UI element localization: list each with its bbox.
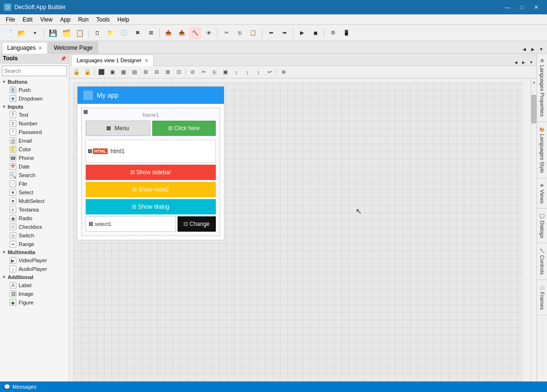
menu-tools[interactable]: Tools [92, 15, 113, 24]
designer-tab-languages[interactable]: Languages view 1 Designer ✕ [71, 55, 154, 66]
new-button[interactable]: 📄 [2, 27, 14, 39]
pin-icon[interactable]: 📌 [60, 56, 66, 61]
designer-undo[interactable]: ↩ [264, 67, 275, 78]
designer-group[interactable]: ▣ [220, 67, 231, 78]
tool-text[interactable]: T Text [0, 111, 69, 119]
open-dropdown[interactable]: 📂 [15, 27, 28, 39]
import-button[interactable]: 📥 [176, 27, 188, 39]
designer-lock-btn[interactable]: 🔓 [71, 67, 82, 78]
designer-align6[interactable]: ⊟ [151, 67, 162, 78]
right-tab-controls[interactable]: 🔧 Controls [537, 243, 547, 280]
tab-scroll-left[interactable]: ◀ [520, 45, 528, 53]
designer-align1[interactable]: ⬛ [96, 67, 107, 78]
designer-arrange3[interactable]: ↕ [253, 67, 264, 78]
designer-special[interactable]: ⊛ [278, 67, 289, 78]
tool-radio[interactable]: ◉ Radio [0, 214, 69, 223]
category-additional[interactable]: ▼ Additional [0, 273, 69, 281]
save-copy-button[interactable]: 📋 [73, 27, 86, 39]
tool-select[interactable]: ▼ Select [0, 188, 69, 197]
paste-button[interactable]: 📋 [247, 27, 259, 39]
save-button[interactable]: 💾 [46, 27, 59, 39]
designer-align7[interactable]: ⊠ [162, 67, 173, 78]
designer-tab-scroll-left[interactable]: ◀ [513, 59, 519, 66]
show-view2-btn[interactable]: Show view2 [86, 182, 216, 197]
designer-align4[interactable]: ▤ [129, 67, 140, 78]
tool-textarea[interactable]: ≡ Textarea [0, 205, 69, 214]
tab-menu-button[interactable]: ▼ [537, 45, 545, 53]
designer-arrange1[interactable]: ↕ [231, 67, 242, 78]
scroll-track-v[interactable] [531, 123, 536, 380]
tool-password[interactable]: * Password [0, 128, 69, 136]
canvas-scrollbar-v[interactable]: ▲ ▼ [531, 78, 536, 386]
scroll-up[interactable]: ▲ [531, 78, 536, 85]
canvas-scroll-area[interactable]: My app frame1 [69, 78, 531, 386]
designer-align8[interactable]: ⊡ [173, 67, 184, 78]
tool-checkbox[interactable]: ☑ Checkbox [0, 223, 69, 231]
tool-switch[interactable]: ⊙ Switch [0, 231, 69, 240]
stop-button[interactable]: ⏹ [309, 27, 322, 39]
tool-label[interactable]: A Label [0, 281, 69, 290]
designer-copy2[interactable]: ⎘ [209, 67, 220, 78]
minimize-button[interactable]: — [500, 0, 514, 14]
cut-button[interactable]: ✂ [220, 27, 233, 39]
category-inputs[interactable]: ▼ Inputs [0, 103, 69, 111]
frame-resize-handle[interactable] [84, 110, 88, 114]
menu-btn[interactable]: Menu [86, 121, 150, 136]
designer-cut2[interactable]: ✂ [198, 67, 209, 78]
tool-number[interactable]: # Number [0, 119, 69, 128]
open-proj-button[interactable]: 📁 [104, 27, 117, 39]
tool-range[interactable]: ━ Range [0, 240, 69, 248]
tool-color[interactable]: C Color [0, 145, 69, 154]
tool-date[interactable]: 📅 Date [0, 162, 69, 171]
right-tab-views[interactable]: 👁 Views [537, 179, 547, 209]
menu-app[interactable]: App [56, 15, 74, 24]
open-dropdown2[interactable]: ▼ [29, 27, 41, 39]
designer-align2[interactable]: ▣ [107, 67, 118, 78]
designer-align5[interactable]: ⊞ [140, 67, 151, 78]
tab-languages-close[interactable]: ✕ [38, 45, 42, 51]
tool-videoplayer[interactable]: ▶ VideoPlayer [0, 256, 69, 265]
align-left-button[interactable]: ⬅ [265, 27, 277, 39]
export-button[interactable]: 📤 [162, 27, 175, 39]
tool-phone[interactable]: ☎ Phone [0, 154, 69, 162]
tool-email[interactable]: @ Email [0, 136, 69, 145]
settings-button[interactable]: ⚙ [327, 27, 339, 39]
menu-view[interactable]: View [36, 15, 56, 24]
scroll-thumb-v[interactable] [531, 95, 536, 123]
designer-tab-close[interactable]: ✕ [145, 58, 148, 63]
show-dialog-btn[interactable]: Show dialog [86, 199, 216, 214]
tool-file[interactable]: 📄 File [0, 179, 69, 188]
tool-search[interactable]: 🔍 Search [0, 171, 69, 179]
category-multimedia[interactable]: ▼ Multimedia [0, 248, 69, 256]
menu-help[interactable]: Help [113, 15, 133, 24]
right-tab-dialogs[interactable]: 💬 Dialogs [537, 209, 547, 244]
run-button[interactable]: ▶ [296, 27, 308, 39]
tool-image[interactable]: 🖼 Image [0, 290, 69, 298]
new-proj-button[interactable]: 🗒 [91, 27, 103, 39]
designer-delete[interactable]: ⊘ [187, 67, 198, 78]
right-tab-frames[interactable]: ⬜ Frames [537, 280, 547, 315]
click-here-btn[interactable]: Click here [152, 121, 216, 136]
change-btn[interactable]: Change [178, 216, 216, 232]
close-file-button[interactable]: ✖ [131, 27, 144, 39]
devices-button[interactable]: 📱 [340, 27, 353, 39]
align-right-button[interactable]: ➡ [278, 27, 290, 39]
right-tab-languages-style[interactable]: 🎨 Languages Style [537, 122, 547, 179]
tool-audioplayer[interactable]: ♪ AudioPlayer [0, 265, 69, 273]
preview-button[interactable]: 👁 [202, 27, 215, 39]
tool-figure[interactable]: ◆ Figure [0, 298, 69, 307]
tool-multiselect[interactable]: ▼ MultiSelect [0, 197, 69, 205]
tab-languages[interactable]: Languages ✕ [2, 42, 47, 54]
search-input[interactable] [2, 66, 67, 76]
designer-align3[interactable]: ▦ [118, 67, 129, 78]
tab-scroll-right[interactable]: ▶ [529, 45, 536, 53]
menu-run[interactable]: Run [74, 15, 92, 24]
copy-button[interactable]: ⎘ [234, 27, 246, 39]
tab-welcome[interactable]: Welcome Page [48, 42, 98, 53]
tool-dropdown[interactable]: ▼ Dropdown [0, 94, 69, 103]
close-all-button[interactable]: ⊠ [145, 27, 157, 39]
tool-push[interactable]: B Push [0, 86, 69, 94]
close-button[interactable]: ✕ [529, 0, 543, 14]
right-tab-languages-properties[interactable]: ⚙ Languages Properties [537, 54, 547, 122]
designer-tab-menu[interactable]: ▼ [528, 59, 535, 66]
